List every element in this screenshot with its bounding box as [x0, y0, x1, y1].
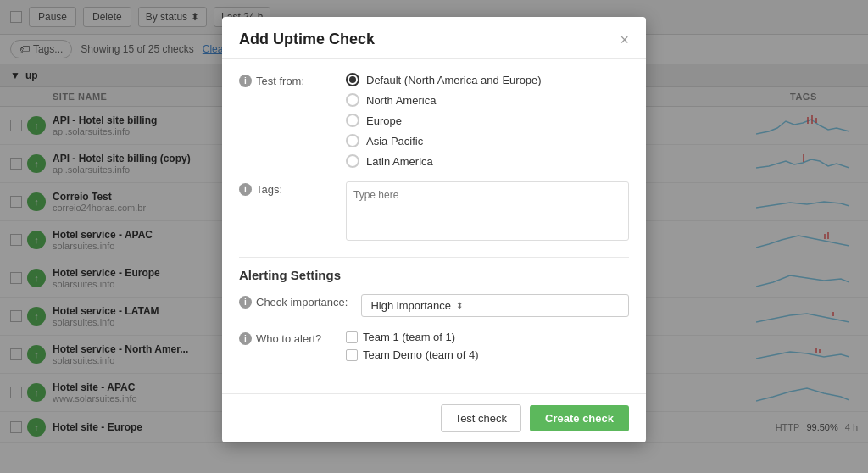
team-demo-option[interactable]: Team Demo (team of 4)	[346, 348, 629, 361]
modal-header: Add Uptime Check ×	[222, 17, 646, 59]
section-divider	[239, 257, 629, 258]
radio-default[interactable]	[346, 73, 359, 86]
who-to-alert-label: i Who to alert?	[239, 331, 332, 345]
region-na-option[interactable]: North America	[346, 93, 629, 107]
radio-ap[interactable]	[346, 134, 359, 147]
modal-footer: Test check Create check	[222, 393, 646, 442]
modal-overlay: Add Uptime Check × i Test from: Default …	[0, 0, 868, 473]
importance-label: i Check importance:	[239, 294, 348, 309]
tags-label: i Tags:	[239, 181, 332, 196]
select-arrow-icon: ⬍	[456, 301, 463, 310]
radio-na[interactable]	[346, 93, 359, 107]
modal-title: Add Uptime Check	[239, 31, 375, 48]
region-eu-option[interactable]: Europe	[346, 114, 629, 127]
region-ap-option[interactable]: Asia Pacific	[346, 134, 629, 147]
tags-input[interactable]	[346, 181, 629, 241]
region-la-option[interactable]: Latin America	[346, 154, 629, 168]
info-icon: i	[239, 75, 252, 87]
test-from-row: i Test from: Default (North America and …	[239, 73, 629, 168]
test-from-label: i Test from:	[239, 73, 332, 87]
importance-content: High importance ⬍	[361, 294, 629, 317]
info-icon: i	[239, 183, 252, 196]
importance-row: i Check importance: High importance ⬍	[239, 294, 629, 317]
create-check-button[interactable]: Create check	[530, 405, 629, 431]
alerting-section-title: Alerting Settings	[239, 268, 629, 282]
teams-content: Team 1 (team of 1) Team Demo (team of 4)	[346, 331, 629, 366]
importance-select[interactable]: High importance ⬍	[361, 294, 629, 317]
test-check-button[interactable]: Test check	[441, 404, 521, 432]
tags-content	[346, 181, 629, 243]
region-radio-group: Default (North America and Europe) North…	[346, 73, 629, 168]
tags-row: i Tags:	[239, 181, 629, 243]
region-default-option[interactable]: Default (North America and Europe)	[346, 73, 629, 86]
info-icon: i	[239, 332, 252, 345]
team1-option[interactable]: Team 1 (team of 1)	[346, 331, 629, 343]
radio-eu[interactable]	[346, 114, 359, 127]
info-icon: i	[239, 296, 252, 309]
team1-checkbox[interactable]	[346, 331, 358, 343]
team-demo-checkbox[interactable]	[346, 349, 358, 361]
modal-close-button[interactable]: ×	[620, 32, 629, 47]
radio-la[interactable]	[346, 154, 359, 168]
add-uptime-check-modal: Add Uptime Check × i Test from: Default …	[222, 17, 646, 442]
who-to-alert-row: i Who to alert? Team 1 (team of 1) Team …	[239, 331, 629, 366]
modal-body: i Test from: Default (North America and …	[222, 59, 646, 393]
